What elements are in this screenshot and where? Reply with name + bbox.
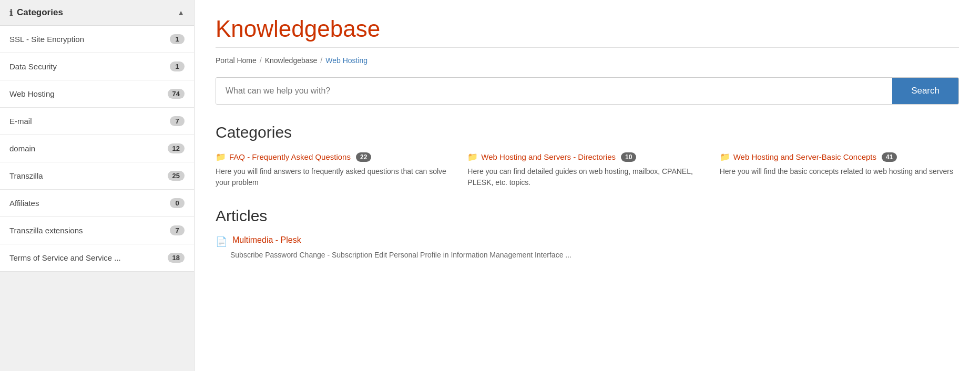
doc-icon: 📄 [216,236,227,248]
sidebar-item[interactable]: domain 12 [0,135,194,162]
search-button[interactable]: Search [892,78,958,104]
category-title[interactable]: FAQ - Frequently Asked Questions [229,152,351,161]
category-card-header: 📁 FAQ - Frequently Asked Questions 22 [216,152,455,162]
sidebar-item[interactable]: E-mail 7 [0,108,194,135]
category-card: 📁 Web Hosting and Server-Basic Concepts … [720,152,959,188]
breadcrumb-current: Web Hosting [325,56,368,65]
sidebar-item-label: Web Hosting [9,89,55,98]
sidebar-item[interactable]: SSL - Site Encryption 1 [0,26,194,53]
sidebar-item-label: E-mail [9,117,32,126]
category-title[interactable]: Web Hosting and Servers - Directories [481,152,616,161]
category-card: 📁 Web Hosting and Servers - Directories … [467,152,707,188]
category-desc: Here you can find detailed guides on web… [467,166,707,188]
sidebar-item-badge: 7 [170,225,185,235]
sidebar-item-badge: 1 [170,61,185,71]
sidebar-item-badge: 18 [168,253,185,263]
category-card: 📁 FAQ - Frequently Asked Questions 22 He… [216,152,455,188]
articles-section-title: Articles [216,207,959,225]
category-card-header: 📁 Web Hosting and Servers - Directories … [467,152,707,162]
chevron-up-icon[interactable]: ▲ [177,8,185,17]
breadcrumb-home[interactable]: Portal Home [216,56,257,65]
title-divider [216,47,959,48]
category-title[interactable]: Web Hosting and Server-Basic Concepts [733,152,876,161]
sidebar-items-list: SSL - Site Encryption 1 Data Security 1 … [0,26,194,272]
article-row: 📄 Multimedia - Plesk [216,235,959,248]
category-desc: Here you will find the basic concepts re… [720,166,959,177]
articles-list: 📄 Multimedia - Plesk Subscribe Password … [216,235,959,259]
category-card-header: 📁 Web Hosting and Server-Basic Concepts … [720,152,959,162]
sidebar-item-badge: 12 [168,143,185,153]
sidebar-item-label: Data Security [9,62,57,71]
sidebar-item-badge: 74 [168,89,185,99]
sidebar-header-left: ℹ Categories [9,7,63,18]
sidebar-item-label: Transzilla extensions [9,226,83,235]
main-content: Knowledgebase Portal Home / Knowledgebas… [195,0,980,371]
sidebar-item[interactable]: Terms of Service and Service ... 18 [0,244,194,272]
page-title: Knowledgebase [216,16,959,42]
sidebar-item-badge: 0 [170,198,185,208]
sidebar-item-badge: 7 [170,116,185,126]
folder-icon: 📁 [216,152,226,162]
categories-grid: 📁 FAQ - Frequently Asked Questions 22 He… [216,152,959,188]
sidebar: ℹ Categories ▲ SSL - Site Encryption 1 D… [0,0,195,371]
search-bar: Search [216,77,959,105]
sidebar-header: ℹ Categories ▲ [0,0,194,26]
category-count: 41 [882,152,897,162]
categories-section-title: Categories [216,123,959,141]
category-count: 10 [621,152,636,162]
sidebar-item[interactable]: Transzilla 25 [0,162,194,190]
sidebar-item-label: Transzilla [9,171,43,180]
sidebar-item[interactable]: Web Hosting 74 [0,80,194,108]
breadcrumb-sep-1: / [260,56,262,65]
sidebar-item-badge: 1 [170,34,185,44]
sidebar-item-label: domain [9,144,35,153]
sidebar-bottom [0,272,194,371]
sidebar-item[interactable]: Transzilla extensions 7 [0,217,194,244]
category-desc: Here you will find answers to frequently… [216,166,455,188]
article-item: 📄 Multimedia - Plesk Subscribe Password … [216,235,959,259]
breadcrumb-kb[interactable]: Knowledgebase [265,56,318,65]
sidebar-header-label: Categories [17,7,63,18]
article-title[interactable]: Multimedia - Plesk [232,235,301,245]
breadcrumb: Portal Home / Knowledgebase / Web Hostin… [216,56,959,65]
article-desc: Subscribe Password Change - Subscription… [230,251,959,259]
sidebar-item[interactable]: Data Security 1 [0,53,194,80]
sidebar-item-badge: 25 [168,171,185,181]
sidebar-item-label: SSL - Site Encryption [9,35,84,44]
sidebar-item[interactable]: Affiliates 0 [0,190,194,217]
info-icon: ℹ [9,8,13,18]
breadcrumb-sep-2: / [320,56,322,65]
search-input[interactable] [216,78,892,104]
category-count: 22 [356,152,371,162]
folder-icon: 📁 [467,152,478,162]
sidebar-item-label: Terms of Service and Service ... [9,253,121,262]
folder-icon: 📁 [720,152,730,162]
sidebar-item-label: Affiliates [9,199,39,208]
